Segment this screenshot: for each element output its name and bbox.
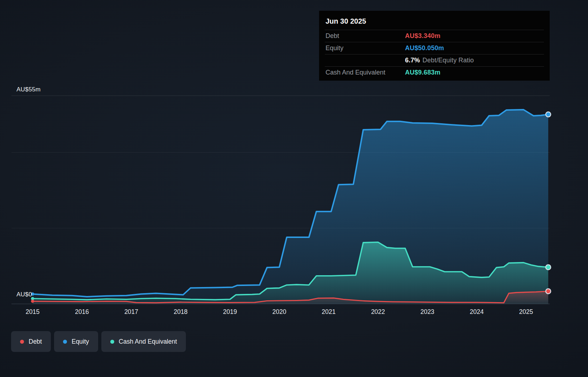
tooltip-ratio-value: 6.7%Debt/Equity Ratio xyxy=(405,57,474,64)
tooltip-row-cash: Cash And Equivalent AU$9.683m xyxy=(325,66,544,78)
tooltip-debt-label: Debt xyxy=(326,32,405,40)
legend-equity-label: Equity xyxy=(72,338,89,345)
x-axis-label-2018: 2018 xyxy=(169,308,192,316)
y-axis-max-label: AU$55m xyxy=(16,86,40,93)
x-axis-label-2023: 2023 xyxy=(416,308,439,316)
tooltip-ratio-percent: 6.7% xyxy=(405,57,420,64)
legend-cash-label: Cash And Equivalent xyxy=(119,338,177,345)
debt-equity-chart-page: Jun 30 2025 Debt AU$3.340m Equity AU$50.… xyxy=(0,0,588,377)
legend-item-debt[interactable]: Debt xyxy=(11,331,51,352)
cash-legend-dot-icon xyxy=(110,340,114,344)
debt-endpoint-marker[interactable] xyxy=(546,289,551,294)
tooltip-row-equity: Equity AU$50.050m xyxy=(325,42,544,54)
x-axis-label-2019: 2019 xyxy=(218,308,241,316)
debt-legend-dot-icon xyxy=(20,340,24,344)
x-axis-label-2016: 2016 xyxy=(71,308,93,316)
x-axis-label-2020: 2020 xyxy=(268,308,291,316)
tooltip-cash-value: AU$9.683m xyxy=(405,69,440,76)
tooltip-cash-label: Cash And Equivalent xyxy=(326,69,405,76)
x-axis-label-2021: 2021 xyxy=(317,308,340,316)
tooltip-equity-label: Equity xyxy=(326,44,405,52)
chart-tooltip: Jun 30 2025 Debt AU$3.340m Equity AU$50.… xyxy=(319,11,550,81)
tooltip-ratio-label: Debt/Equity Ratio xyxy=(423,57,474,64)
legend-item-equity[interactable]: Equity xyxy=(54,331,98,352)
equity-endpoint-marker[interactable] xyxy=(546,112,551,117)
x-axis-label-2025: 2025 xyxy=(515,308,538,316)
x-axis-label-2022: 2022 xyxy=(367,308,390,316)
tooltip-row-ratio: 6.7%Debt/Equity Ratio xyxy=(325,54,544,66)
y-axis-zero-label: AU$0 xyxy=(16,291,32,298)
x-axis-label-2024: 2024 xyxy=(465,308,488,316)
legend-item-cash[interactable]: Cash And Equivalent xyxy=(101,331,186,352)
tooltip-debt-value: AU$3.340m xyxy=(405,32,440,40)
x-axis-label-2015: 2015 xyxy=(21,308,44,316)
tooltip-equity-value: AU$50.050m xyxy=(405,44,444,52)
x-axis-label-2017: 2017 xyxy=(120,308,143,316)
chart-legend: Debt Equity Cash And Equivalent xyxy=(11,331,186,352)
tooltip-row-debt: Debt AU$3.340m xyxy=(325,30,544,42)
tooltip-date: Jun 30 2025 xyxy=(325,14,544,30)
equity-legend-dot-icon xyxy=(63,340,67,344)
equity-area xyxy=(33,110,548,304)
cash-and-equivalent-endpoint-marker[interactable] xyxy=(546,265,551,270)
legend-debt-label: Debt xyxy=(29,338,42,345)
